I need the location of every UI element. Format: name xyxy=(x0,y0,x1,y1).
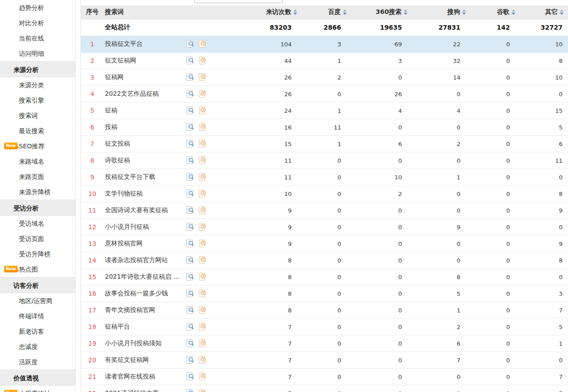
sort-arrows-icon[interactable] xyxy=(462,9,466,15)
history-clock-icon[interactable] xyxy=(198,339,207,348)
table-row[interactable]: 20 有奖征文征稿网 7 0 0 7 xyxy=(81,352,568,369)
column-header-baidu[interactable]: 百度 xyxy=(297,8,347,16)
page-preview-icon[interactable] xyxy=(186,272,194,281)
history-clock-icon[interactable] xyxy=(198,322,207,331)
filter-input[interactable] xyxy=(194,0,283,3)
sidebar-item[interactable]: 访问明细 xyxy=(0,46,75,61)
sidebar-item[interactable]: 搜索词 xyxy=(0,108,75,123)
sidebar-item[interactable]: 最近搜索 xyxy=(0,123,75,138)
page-preview-icon[interactable] xyxy=(186,189,194,198)
column-header-sogou[interactable]: 搜狗 xyxy=(407,8,466,16)
keyword-cell[interactable]: 征稿 xyxy=(104,107,182,115)
table-row[interactable]: 7 征文投稿 15 1 6 2 xyxy=(81,136,568,152)
page-preview-icon[interactable] xyxy=(186,106,194,115)
table-row[interactable]: 8 诗歌征稿 11 0 0 0 xyxy=(81,152,568,169)
page-preview-icon[interactable] xyxy=(186,56,194,65)
column-header-visits[interactable]: 来访次数 xyxy=(212,8,297,16)
sidebar-item[interactable]: 来源升降榜 xyxy=(0,184,75,200)
keyword-cell[interactable]: 征稿平台 xyxy=(104,323,182,331)
sidebar-item-badged[interactable]: New 小程序统计 xyxy=(0,386,75,392)
keyword-cell[interactable]: 2021诗词征稿大赛 xyxy=(104,389,182,392)
column-header-so360[interactable]: 360搜索 xyxy=(347,8,407,16)
keyword-cell[interactable]: 2022文艺作品征稿 xyxy=(104,90,182,98)
keyword-cell[interactable]: 投稿征文平台 xyxy=(104,40,182,48)
history-clock-icon[interactable] xyxy=(198,139,207,148)
sidebar-item[interactable]: 受访域名 xyxy=(0,216,75,231)
history-clock-icon[interactable] xyxy=(198,356,207,365)
sort-arrows-icon[interactable] xyxy=(404,9,407,15)
sidebar-item[interactable]: 受访页面 xyxy=(0,231,75,246)
history-clock-icon[interactable] xyxy=(198,40,207,49)
history-clock-icon[interactable] xyxy=(198,56,207,65)
history-clock-icon[interactable] xyxy=(198,239,207,248)
history-clock-icon[interactable] xyxy=(198,123,207,132)
table-row[interactable]: 19 小小说月刊投稿须知 7 0 0 xyxy=(81,335,568,352)
page-preview-icon[interactable] xyxy=(186,306,194,315)
table-row[interactable]: 10 文学刊物征稿 10 0 2 0 xyxy=(81,186,568,202)
table-row[interactable]: 22 2021诗词征稿大赛 7 0 0 xyxy=(81,385,568,392)
sidebar-item[interactable]: 趋势分析 xyxy=(0,0,75,15)
sort-arrows-icon[interactable] xyxy=(560,9,563,15)
sidebar-item[interactable]: 当前在线 xyxy=(0,31,75,46)
keyword-cell[interactable]: 读者官网在线投稿 xyxy=(104,373,182,381)
sidebar-item[interactable]: 忠诚度 xyxy=(0,339,75,354)
keyword-cell[interactable]: 有奖征文征稿网 xyxy=(104,356,182,364)
page-preview-icon[interactable] xyxy=(186,339,194,348)
table-row[interactable]: 2 征文征稿网 44 1 3 32 xyxy=(81,53,568,69)
page-preview-icon[interactable] xyxy=(186,173,194,182)
page-preview-icon[interactable] xyxy=(186,322,194,331)
keyword-cell[interactable]: 小小说月刊投稿须知 xyxy=(104,339,182,347)
history-clock-icon[interactable] xyxy=(198,106,207,115)
sidebar-item-badged[interactable]: New SEO推荐 xyxy=(0,138,75,154)
table-row[interactable]: 3 征稿网 26 2 0 14 xyxy=(81,69,568,86)
page-preview-icon[interactable] xyxy=(186,89,194,98)
history-clock-icon[interactable] xyxy=(198,206,207,215)
history-clock-icon[interactable] xyxy=(198,156,207,165)
sidebar-item-badged[interactable]: New 热点图 xyxy=(0,262,75,277)
page-preview-icon[interactable] xyxy=(186,372,194,381)
history-clock-icon[interactable] xyxy=(198,372,207,381)
sort-arrows-icon[interactable] xyxy=(343,9,347,15)
sidebar-item[interactable]: 受访升降榜 xyxy=(0,246,75,262)
keyword-cell[interactable]: 意林投稿官网 xyxy=(104,240,182,248)
table-row[interactable]: 1 投稿征文平台 104 3 69 xyxy=(81,36,568,53)
page-preview-icon[interactable] xyxy=(186,206,194,215)
sidebar-item[interactable]: 来源分类 xyxy=(0,77,75,93)
sidebar-item[interactable]: 来路页面 xyxy=(0,169,75,184)
sidebar-item[interactable]: 活跃度 xyxy=(0,354,75,370)
table-row[interactable]: 6 投稿 16 11 0 0 xyxy=(81,119,568,136)
table-row[interactable]: 16 故事会投稿一篇多少钱 8 0 0 xyxy=(81,285,568,302)
table-row[interactable]: 15 2021年诗歌大赛征稿启 ... 8 0 xyxy=(81,269,568,285)
keyword-cell[interactable]: 读者杂志投稿官方网站 xyxy=(104,256,182,264)
table-row[interactable]: 11 全国诗词大赛有奖征稿 9 0 0 xyxy=(81,202,568,219)
history-clock-icon[interactable] xyxy=(198,389,207,392)
sort-arrows-icon[interactable] xyxy=(293,9,297,15)
keyword-cell[interactable]: 2021年诗歌大赛征稿启 ... xyxy=(104,273,182,281)
keyword-cell[interactable]: 投稿 xyxy=(104,123,182,131)
page-preview-icon[interactable] xyxy=(186,156,194,165)
table-row[interactable]: 9 投稿征文平台下载 11 0 10 xyxy=(81,169,568,186)
table-row[interactable]: 12 小小说月刊征稿 9 0 0 9 xyxy=(81,219,568,236)
sidebar-item[interactable]: 终端详情 xyxy=(0,308,75,324)
history-clock-icon[interactable] xyxy=(198,289,207,298)
keyword-cell[interactable]: 文学刊物征稿 xyxy=(104,190,182,198)
sidebar-item[interactable]: 搜索引擎 xyxy=(0,93,75,108)
page-preview-icon[interactable] xyxy=(186,256,194,265)
table-row[interactable]: 5 征稿 24 1 4 4 xyxy=(81,102,568,119)
keyword-cell[interactable]: 征文征稿网 xyxy=(104,57,182,65)
keyword-cell[interactable]: 全国诗词大赛有奖征稿 xyxy=(104,206,182,214)
page-preview-icon[interactable] xyxy=(186,223,194,232)
keyword-cell[interactable]: 投稿征文平台下载 xyxy=(104,173,182,181)
page-preview-icon[interactable] xyxy=(186,389,194,392)
sort-arrows-icon[interactable] xyxy=(512,9,515,15)
keyword-cell[interactable]: 小小说月刊征稿 xyxy=(104,223,182,231)
page-preview-icon[interactable] xyxy=(186,239,194,248)
table-row[interactable]: 4 2022文艺作品征稿 26 0 26 xyxy=(81,86,568,102)
history-clock-icon[interactable] xyxy=(198,189,207,198)
sidebar-item[interactable]: 对比分析 xyxy=(0,15,75,31)
keyword-cell[interactable]: 征稿网 xyxy=(104,73,182,81)
sidebar-item[interactable]: 新老访客 xyxy=(0,324,75,339)
history-clock-icon[interactable] xyxy=(198,223,207,232)
page-preview-icon[interactable] xyxy=(186,73,194,82)
page-preview-icon[interactable] xyxy=(186,289,194,298)
